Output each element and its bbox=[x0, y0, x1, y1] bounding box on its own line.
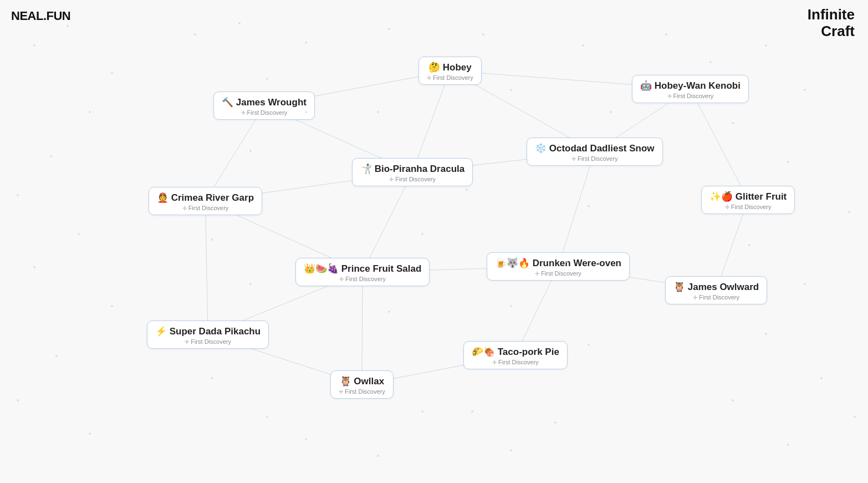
craft-node-prince-fruit-salad[interactable]: 👑🍉🍇 Prince Fruit SaladFirst Discovery bbox=[295, 258, 430, 286]
craft-node-glitter-fruit[interactable]: ✨🍎 Glitter FruitFirst Discovery bbox=[701, 186, 795, 214]
background-dot bbox=[765, 44, 767, 47]
background-dot bbox=[377, 111, 379, 113]
background-dot bbox=[249, 150, 252, 152]
svg-line-9 bbox=[558, 152, 595, 267]
background-dot bbox=[111, 305, 113, 307]
background-dot bbox=[748, 244, 750, 246]
app-title: Infinite Craft bbox=[808, 7, 855, 40]
node-label: 👑🍉🍇 Prince Fruit Salad bbox=[304, 263, 421, 274]
craft-node-super-dada-pikachu[interactable]: ⚡ Super Dada PikachuFirst Discovery bbox=[147, 321, 269, 349]
background-dot bbox=[388, 28, 390, 30]
background-dot bbox=[50, 155, 52, 157]
background-dot bbox=[804, 89, 806, 91]
background-dot bbox=[482, 33, 484, 35]
app-title-line2: Craft bbox=[821, 23, 855, 39]
background-dot bbox=[854, 416, 856, 418]
background-dot bbox=[89, 111, 91, 113]
background-dot bbox=[211, 238, 213, 241]
logo: NEAL.FUN bbox=[11, 9, 70, 23]
node-label: 🦉 Owllax bbox=[339, 375, 385, 387]
craft-node-james-wrought[interactable]: 🔨 James WroughtFirst Discovery bbox=[213, 91, 315, 120]
background-dot bbox=[732, 122, 734, 124]
svg-line-13 bbox=[206, 201, 208, 335]
node-discovery: First Discovery bbox=[709, 204, 787, 210]
background-dot bbox=[848, 211, 850, 213]
node-label: 👲 Crimea River Garp bbox=[157, 192, 254, 204]
background-dot bbox=[820, 377, 823, 379]
background-dot bbox=[305, 111, 307, 113]
background-dot bbox=[305, 438, 307, 440]
node-discovery: First Discovery bbox=[360, 176, 464, 182]
background-dot bbox=[238, 22, 241, 24]
node-discovery: First Discovery bbox=[222, 109, 307, 116]
background-dot bbox=[421, 410, 423, 413]
background-dot bbox=[510, 89, 512, 91]
background-dot bbox=[804, 283, 806, 285]
svg-line-5 bbox=[412, 71, 450, 172]
background-dot bbox=[421, 233, 423, 235]
node-label: 🍺🐺🔥 Drunken Were-oven bbox=[495, 257, 621, 269]
svg-line-16 bbox=[362, 272, 362, 385]
node-discovery: First Discovery bbox=[157, 205, 254, 211]
node-discovery: First Discovery bbox=[640, 93, 741, 99]
background-dot bbox=[466, 189, 468, 191]
node-label: ❄️ Octodad Dadliest Snow bbox=[535, 143, 655, 154]
background-dot bbox=[17, 194, 19, 196]
background-dot bbox=[665, 33, 667, 35]
background-dot bbox=[33, 266, 35, 268]
node-discovery: First Discovery bbox=[155, 338, 261, 345]
svg-line-10 bbox=[362, 172, 412, 272]
background-dot bbox=[67, 25, 69, 27]
background-dot bbox=[305, 42, 307, 44]
background-dot bbox=[55, 355, 58, 357]
node-label: 🌮🍖 Taco-pork Pie bbox=[472, 346, 559, 358]
app-title-line1: Infinite bbox=[808, 6, 855, 23]
node-discovery: First Discovery bbox=[673, 294, 759, 301]
background-dot bbox=[510, 449, 512, 451]
craft-node-taco-pork-pie[interactable]: 🌮🍖 Taco-pork PieFirst Discovery bbox=[463, 341, 568, 369]
background-dot bbox=[17, 399, 19, 401]
node-discovery: First Discovery bbox=[535, 155, 655, 162]
background-dot bbox=[194, 33, 196, 35]
craft-node-owllax[interactable]: 🦉 OwllaxFirst Discovery bbox=[330, 370, 394, 399]
craft-node-crimea-river-garp[interactable]: 👲 Crimea River GarpFirst Discovery bbox=[149, 187, 262, 215]
background-dot bbox=[610, 111, 612, 113]
node-label: ⚡ Super Dada Pikachu bbox=[155, 326, 261, 337]
background-dot bbox=[89, 433, 91, 435]
craft-node-octodad-dadliest-snow[interactable]: ❄️ Octodad Dadliest SnowFirst Discovery bbox=[527, 138, 663, 166]
background-dot bbox=[787, 444, 789, 446]
craft-node-hobey-wan-kenobi[interactable]: 🤖 Hobey-Wan KenobiFirst Discovery bbox=[632, 75, 749, 103]
background-dot bbox=[266, 78, 268, 80]
background-dot bbox=[765, 333, 767, 335]
node-label: 🤖 Hobey-Wan Kenobi bbox=[640, 80, 741, 91]
background-dot bbox=[111, 72, 113, 74]
node-discovery: First Discovery bbox=[304, 276, 421, 282]
background-dot bbox=[211, 377, 213, 379]
background-dot bbox=[78, 233, 80, 235]
background-dot bbox=[388, 311, 390, 313]
craft-node-james-owlward[interactable]: 🦉 James OwlwardFirst Discovery bbox=[665, 276, 767, 304]
craft-node-bio-piranha-dracula[interactable]: 🤺 Bio-Piranha DraculaFirst Discovery bbox=[352, 158, 473, 186]
background-dot bbox=[588, 344, 590, 346]
background-dot bbox=[787, 161, 789, 163]
node-discovery: First Discovery bbox=[472, 359, 559, 365]
background-dot bbox=[565, 261, 568, 263]
background-dot bbox=[249, 283, 252, 285]
background-dot bbox=[33, 44, 35, 47]
svg-line-7 bbox=[690, 89, 748, 200]
background-dot bbox=[582, 44, 584, 47]
node-label: ✨🍎 Glitter Fruit bbox=[709, 191, 787, 202]
background-dot bbox=[588, 205, 590, 207]
node-discovery: First Discovery bbox=[495, 270, 621, 277]
node-label: 🤔 Hobey bbox=[427, 62, 473, 73]
background-dot bbox=[266, 416, 268, 418]
background-dot bbox=[510, 305, 512, 307]
craft-node-hobey[interactable]: 🤔 HobeyFirst Discovery bbox=[418, 57, 482, 85]
craft-node-drunken-were-oven[interactable]: 🍺🐺🔥 Drunken Were-ovenFirst Discovery bbox=[487, 252, 630, 281]
node-label: 🔨 James Wrought bbox=[222, 96, 307, 108]
node-label: 🤺 Bio-Piranha Dracula bbox=[360, 163, 464, 175]
background-dot bbox=[377, 455, 379, 457]
node-discovery: First Discovery bbox=[427, 74, 473, 81]
background-dot bbox=[732, 399, 734, 401]
background-dot bbox=[471, 410, 473, 413]
